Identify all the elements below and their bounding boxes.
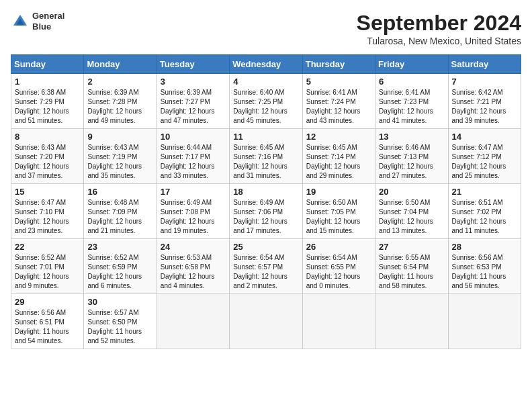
col-header-sunday: Sunday (11, 55, 84, 74)
logo-icon (11, 12, 30, 31)
col-header-tuesday: Tuesday (157, 55, 229, 74)
day-number: 3 (161, 77, 226, 87)
day-info: Sunrise: 6:56 AM Sunset: 6:51 PM Dayligh… (15, 308, 80, 346)
week-row-3: 15Sunrise: 6:47 AM Sunset: 7:10 PM Dayli… (11, 184, 521, 239)
day-info: Sunrise: 6:48 AM Sunset: 7:09 PM Dayligh… (87, 198, 152, 236)
day-number: 21 (452, 187, 517, 197)
day-cell: 10Sunrise: 6:44 AM Sunset: 7:17 PM Dayli… (157, 129, 229, 184)
day-info: Sunrise: 6:45 AM Sunset: 7:16 PM Dayligh… (233, 143, 298, 181)
title-block: September 2024 Tularosa, New Mexico, Uni… (357, 11, 521, 46)
day-number: 24 (161, 242, 226, 252)
day-cell: 15Sunrise: 6:47 AM Sunset: 7:10 PM Dayli… (11, 184, 84, 239)
day-number: 20 (379, 187, 444, 197)
day-cell: 19Sunrise: 6:50 AM Sunset: 7:05 PM Dayli… (302, 184, 375, 239)
day-cell: 14Sunrise: 6:47 AM Sunset: 7:12 PM Dayli… (448, 129, 521, 184)
day-cell: 17Sunrise: 6:49 AM Sunset: 7:08 PM Dayli… (157, 184, 229, 239)
day-cell: 21Sunrise: 6:51 AM Sunset: 7:02 PM Dayli… (448, 184, 521, 239)
day-info: Sunrise: 6:50 AM Sunset: 7:04 PM Dayligh… (379, 198, 444, 236)
day-info: Sunrise: 6:49 AM Sunset: 7:06 PM Dayligh… (233, 198, 298, 236)
day-cell: 3Sunrise: 6:39 AM Sunset: 7:27 PM Daylig… (157, 74, 229, 129)
day-info: Sunrise: 6:39 AM Sunset: 7:27 PM Dayligh… (161, 88, 226, 126)
day-number: 28 (452, 242, 517, 252)
day-cell: 9Sunrise: 6:43 AM Sunset: 7:19 PM Daylig… (84, 129, 157, 184)
day-number: 13 (379, 132, 444, 142)
day-info: Sunrise: 6:52 AM Sunset: 6:59 PM Dayligh… (87, 253, 152, 291)
day-cell: 20Sunrise: 6:50 AM Sunset: 7:04 PM Dayli… (375, 184, 448, 239)
day-info: Sunrise: 6:49 AM Sunset: 7:08 PM Dayligh… (161, 198, 226, 236)
day-cell: 27Sunrise: 6:55 AM Sunset: 6:54 PM Dayli… (375, 239, 448, 294)
day-cell: 7Sunrise: 6:42 AM Sunset: 7:21 PM Daylig… (448, 74, 521, 129)
location: Tularosa, New Mexico, United States (357, 36, 521, 46)
day-cell (230, 294, 302, 349)
day-info: Sunrise: 6:47 AM Sunset: 7:10 PM Dayligh… (15, 198, 80, 236)
day-number: 9 (87, 132, 152, 142)
col-header-friday: Friday (375, 55, 448, 74)
day-info: Sunrise: 6:42 AM Sunset: 7:21 PM Dayligh… (452, 88, 517, 126)
week-row-2: 8Sunrise: 6:43 AM Sunset: 7:20 PM Daylig… (11, 129, 521, 184)
day-number: 7 (452, 77, 517, 87)
day-info: Sunrise: 6:43 AM Sunset: 7:19 PM Dayligh… (87, 143, 152, 181)
day-cell: 25Sunrise: 6:54 AM Sunset: 6:57 PM Dayli… (230, 239, 302, 294)
day-cell: 13Sunrise: 6:46 AM Sunset: 7:13 PM Dayli… (375, 129, 448, 184)
day-number: 12 (306, 132, 371, 142)
day-info: Sunrise: 6:55 AM Sunset: 6:54 PM Dayligh… (379, 253, 444, 291)
day-number: 16 (87, 187, 152, 197)
day-cell: 6Sunrise: 6:41 AM Sunset: 7:23 PM Daylig… (375, 74, 448, 129)
day-info: Sunrise: 6:40 AM Sunset: 7:25 PM Dayligh… (233, 88, 298, 126)
day-cell: 29Sunrise: 6:56 AM Sunset: 6:51 PM Dayli… (11, 294, 84, 349)
day-cell (302, 294, 375, 349)
day-cell (157, 294, 229, 349)
day-cell: 16Sunrise: 6:48 AM Sunset: 7:09 PM Dayli… (84, 184, 157, 239)
day-number: 5 (306, 77, 371, 87)
day-cell: 11Sunrise: 6:45 AM Sunset: 7:16 PM Dayli… (230, 129, 302, 184)
page-header: General Blue September 2024 Tularosa, Ne… (11, 11, 521, 46)
day-cell: 23Sunrise: 6:52 AM Sunset: 6:59 PM Dayli… (84, 239, 157, 294)
day-number: 30 (87, 297, 152, 307)
day-info: Sunrise: 6:52 AM Sunset: 7:01 PM Dayligh… (15, 253, 80, 291)
month-title: September 2024 (357, 11, 521, 36)
day-number: 18 (233, 187, 298, 197)
day-number: 22 (15, 242, 80, 252)
day-number: 1 (15, 77, 80, 87)
day-cell: 24Sunrise: 6:53 AM Sunset: 6:58 PM Dayli… (157, 239, 229, 294)
day-cell (448, 294, 521, 349)
day-info: Sunrise: 6:45 AM Sunset: 7:14 PM Dayligh… (306, 143, 371, 181)
week-row-1: 1Sunrise: 6:38 AM Sunset: 7:29 PM Daylig… (11, 74, 521, 129)
day-number: 25 (233, 242, 298, 252)
calendar-table: SundayMondayTuesdayWednesdayThursdayFrid… (11, 54, 521, 349)
day-number: 23 (87, 242, 152, 252)
day-cell: 22Sunrise: 6:52 AM Sunset: 7:01 PM Dayli… (11, 239, 84, 294)
day-info: Sunrise: 6:51 AM Sunset: 7:02 PM Dayligh… (452, 198, 517, 236)
day-cell: 4Sunrise: 6:40 AM Sunset: 7:25 PM Daylig… (230, 74, 302, 129)
day-cell: 30Sunrise: 6:57 AM Sunset: 6:50 PM Dayli… (84, 294, 157, 349)
day-info: Sunrise: 6:54 AM Sunset: 6:55 PM Dayligh… (306, 253, 371, 291)
header-row: SundayMondayTuesdayWednesdayThursdayFrid… (11, 55, 521, 74)
col-header-monday: Monday (84, 55, 157, 74)
logo-text: General Blue (32, 11, 64, 32)
day-number: 11 (233, 132, 298, 142)
day-cell (375, 294, 448, 349)
day-info: Sunrise: 6:56 AM Sunset: 6:53 PM Dayligh… (452, 253, 517, 291)
day-number: 29 (15, 297, 80, 307)
day-info: Sunrise: 6:54 AM Sunset: 6:57 PM Dayligh… (233, 253, 298, 291)
day-number: 6 (379, 77, 444, 87)
day-cell: 28Sunrise: 6:56 AM Sunset: 6:53 PM Dayli… (448, 239, 521, 294)
day-number: 4 (233, 77, 298, 87)
day-cell: 26Sunrise: 6:54 AM Sunset: 6:55 PM Dayli… (302, 239, 375, 294)
logo: General Blue (11, 11, 64, 32)
col-header-saturday: Saturday (448, 55, 521, 74)
day-info: Sunrise: 6:38 AM Sunset: 7:29 PM Dayligh… (15, 88, 80, 126)
day-info: Sunrise: 6:47 AM Sunset: 7:12 PM Dayligh… (452, 143, 517, 181)
day-info: Sunrise: 6:41 AM Sunset: 7:23 PM Dayligh… (379, 88, 444, 126)
week-row-5: 29Sunrise: 6:56 AM Sunset: 6:51 PM Dayli… (11, 294, 521, 349)
day-number: 14 (452, 132, 517, 142)
day-cell: 2Sunrise: 6:39 AM Sunset: 7:28 PM Daylig… (84, 74, 157, 129)
week-row-4: 22Sunrise: 6:52 AM Sunset: 7:01 PM Dayli… (11, 239, 521, 294)
day-number: 2 (87, 77, 152, 87)
day-cell: 18Sunrise: 6:49 AM Sunset: 7:06 PM Dayli… (230, 184, 302, 239)
day-number: 19 (306, 187, 371, 197)
day-info: Sunrise: 6:53 AM Sunset: 6:58 PM Dayligh… (161, 253, 226, 291)
day-cell: 1Sunrise: 6:38 AM Sunset: 7:29 PM Daylig… (11, 74, 84, 129)
col-header-thursday: Thursday (302, 55, 375, 74)
day-info: Sunrise: 6:43 AM Sunset: 7:20 PM Dayligh… (15, 143, 80, 181)
